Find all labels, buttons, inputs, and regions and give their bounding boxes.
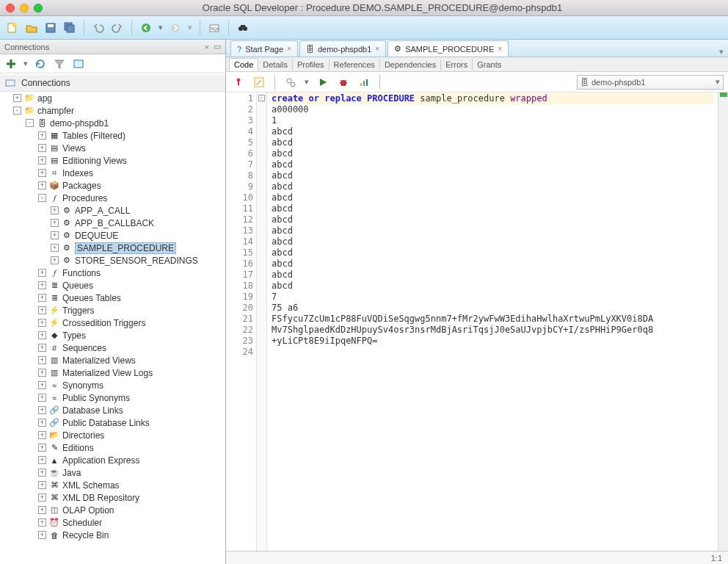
- tree-toggle-icon[interactable]: +: [38, 294, 46, 302]
- tree-toggle-icon[interactable]: +: [13, 94, 21, 102]
- tree-node-p4[interactable]: +⚙SAMPLE_PROCEDURE: [0, 242, 225, 254]
- subtab-dependencies[interactable]: Dependencies: [380, 59, 441, 70]
- sql-worksheet-icon[interactable]: SQL: [206, 20, 222, 36]
- tree-node-editions[interactable]: +✎Editions: [0, 441, 225, 454]
- tree-toggle-icon[interactable]: +: [38, 518, 46, 527]
- tree-toggle-icon[interactable]: +: [38, 331, 46, 339]
- tree-toggle-icon[interactable]: +: [38, 281, 46, 289]
- tree-toggle-icon[interactable]: +: [38, 494, 46, 502]
- tree-node-scheduler[interactable]: +⏰Scheduler: [0, 516, 225, 529]
- tree-toggle-icon[interactable]: +: [38, 419, 46, 427]
- tree-toggle-icon[interactable]: +: [38, 406, 46, 414]
- tns-icon[interactable]: [70, 56, 87, 72]
- connection-selector[interactable]: 🗄 demo-phspdb1 ▾: [577, 75, 724, 90]
- tree-node-matviews[interactable]: +▥Materialized Views: [0, 354, 225, 366]
- tree-node-tables[interactable]: +▦Tables (Filtered): [0, 129, 225, 142]
- tree-toggle-icon[interactable]: +: [38, 169, 46, 177]
- panel-close-icon[interactable]: ×: [205, 43, 209, 51]
- tree-node-champfer[interactable]: -📁champfer: [0, 104, 225, 117]
- tree-node-recyclebin[interactable]: +🗑Recycle Bin: [0, 529, 225, 541]
- connections-tree[interactable]: Connections +📁apg-📁champfer-🗄demo-phspdb…: [0, 73, 225, 564]
- tree-toggle-icon[interactable]: +: [38, 444, 46, 452]
- tree-node-crosstriggers[interactable]: +⚡Crossedition Triggers: [0, 317, 225, 329]
- tree-toggle-icon[interactable]: +: [38, 356, 46, 364]
- tree-toggle-icon[interactable]: +: [38, 269, 46, 277]
- tree-node-matviewlogs[interactable]: +▥Materialized View Logs: [0, 366, 225, 379]
- subtab-code[interactable]: Code: [229, 58, 258, 71]
- tree-toggle-icon[interactable]: +: [38, 481, 46, 489]
- connections-root[interactable]: Connections: [0, 75, 225, 92]
- tree-toggle-icon[interactable]: -: [38, 194, 46, 202]
- tree-node-directories[interactable]: +📂Directories: [0, 429, 225, 441]
- run-icon[interactable]: [315, 74, 331, 90]
- tree-toggle-icon[interactable]: +: [51, 219, 59, 227]
- code-editor[interactable]: 123456789101112131415161718192021222324 …: [226, 93, 718, 551]
- tree-node-functions[interactable]: +𝑓Functions: [0, 267, 225, 279]
- forward-icon[interactable]: [167, 20, 183, 36]
- tree-toggle-icon[interactable]: +: [51, 256, 59, 264]
- tree-toggle-icon[interactable]: +: [38, 506, 46, 514]
- subtab-details[interactable]: Details: [258, 59, 293, 70]
- tree-toggle-icon[interactable]: +: [38, 156, 46, 164]
- tree-node-triggers[interactable]: +⚡Triggers: [0, 304, 225, 317]
- tree-node-olap[interactable]: +◫OLAP Option: [0, 504, 225, 516]
- save-icon[interactable]: [43, 20, 59, 36]
- tree-node-p3[interactable]: +⚙DEQUEUE: [0, 229, 225, 242]
- tree-toggle-icon[interactable]: +: [38, 531, 46, 539]
- subtab-profiles[interactable]: Profiles: [293, 59, 330, 70]
- edit-icon[interactable]: [251, 74, 267, 90]
- tree-node-indexes[interactable]: +⌗Indexes: [0, 167, 225, 179]
- tree-toggle-icon[interactable]: +: [38, 381, 46, 389]
- tree-node-queuestables[interactable]: +≣Queues Tables: [0, 292, 225, 304]
- tree-toggle-icon[interactable]: +: [38, 394, 46, 402]
- forward-drop-icon[interactable]: ▾: [186, 20, 194, 36]
- tree-toggle-icon[interactable]: -: [13, 106, 21, 115]
- close-tab-icon[interactable]: ×: [498, 45, 502, 53]
- tree-node-conn[interactable]: -🗄demo-phspdb1: [0, 117, 225, 129]
- tree-node-views[interactable]: +▤Views: [0, 142, 225, 154]
- tree-toggle-icon[interactable]: +: [38, 469, 46, 477]
- gears-drop-icon[interactable]: ▾: [303, 74, 310, 90]
- tab-connection[interactable]: 🗄demo-phspdb1×: [299, 40, 386, 57]
- tree-toggle-icon[interactable]: +: [51, 244, 59, 252]
- tab-procedure[interactable]: ⚙SAMPLE_PROCEDURE×: [387, 40, 509, 57]
- tree-node-edviews[interactable]: +▤Editioning Views: [0, 154, 225, 167]
- tree-toggle-icon[interactable]: +: [51, 231, 59, 239]
- tree-node-xmlschemas[interactable]: +⌘XML Schemas: [0, 479, 225, 491]
- subtab-references[interactable]: References: [330, 59, 380, 70]
- tree-node-apex[interactable]: +▲Application Express: [0, 454, 225, 466]
- tree-toggle-icon[interactable]: +: [38, 144, 46, 152]
- tree-toggle-icon[interactable]: +: [38, 306, 46, 314]
- tree-node-procedures[interactable]: -𝑓Procedures: [0, 192, 225, 204]
- redo-icon[interactable]: [109, 20, 125, 36]
- tree-node-dblinks[interactable]: +🔗Database Links: [0, 404, 225, 416]
- profile-icon[interactable]: [356, 74, 372, 90]
- close-window-button[interactable]: [6, 4, 15, 12]
- tree-toggle-icon[interactable]: +: [38, 431, 46, 439]
- open-icon[interactable]: [23, 20, 40, 36]
- filter-icon[interactable]: [51, 56, 68, 72]
- tree-node-apg[interactable]: +📁apg: [0, 92, 225, 104]
- back-drop-icon[interactable]: ▾: [157, 20, 164, 36]
- tree-node-java[interactable]: +☕Java: [0, 466, 225, 479]
- zoom-window-button[interactable]: [34, 4, 43, 12]
- minimize-window-button[interactable]: [20, 4, 29, 12]
- tab-start-page[interactable]: ?Start Page×: [230, 40, 298, 57]
- tree-toggle-icon[interactable]: +: [51, 206, 59, 214]
- subtab-grants[interactable]: Grants: [473, 59, 506, 70]
- debug-icon[interactable]: [335, 74, 352, 90]
- tree-node-sequences[interactable]: +#Sequences: [0, 341, 225, 354]
- new-icon[interactable]: [4, 20, 21, 36]
- back-icon[interactable]: [138, 20, 154, 36]
- close-tab-icon[interactable]: ×: [287, 45, 291, 53]
- tree-node-types[interactable]: +◆Types: [0, 329, 225, 341]
- save-all-icon[interactable]: [62, 20, 78, 36]
- code-text[interactable]: create or replace PROCEDURE sample_proce…: [267, 93, 718, 551]
- tree-node-packages[interactable]: +📦Packages: [0, 179, 225, 192]
- panel-restore-icon[interactable]: ▭: [214, 42, 221, 51]
- undo-icon[interactable]: [90, 20, 106, 36]
- tree-node-synonyms[interactable]: +≈Synonyms: [0, 379, 225, 391]
- tree-node-p2[interactable]: +⚙APP_B_CALLBACK: [0, 217, 225, 229]
- subtab-errors[interactable]: Errors: [441, 59, 473, 70]
- fold-toggle-icon[interactable]: -: [258, 95, 265, 101]
